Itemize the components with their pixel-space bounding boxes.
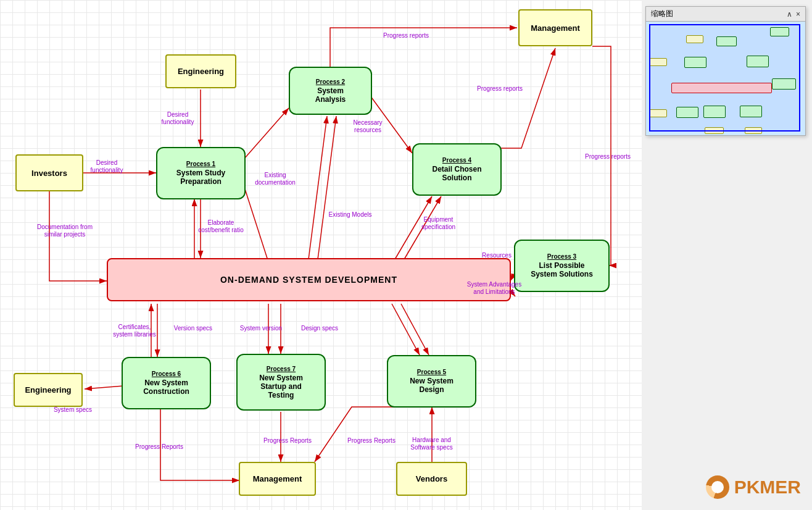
edge-label-6: Necessary resources (343, 119, 392, 134)
edge-label-3: Desired functionality (153, 111, 202, 126)
edge-label-9: Resources (475, 252, 518, 259)
edge-label-21: Hardware and Software specs (402, 437, 461, 451)
svg-line-20 (85, 386, 123, 389)
process6-node[interactable]: Process 6 New System Construction (122, 357, 211, 409)
process3-node[interactable]: Process 3 List Possible System Solutions (514, 240, 610, 292)
engineering-top-node[interactable]: Engineering (165, 54, 236, 88)
management-top-label: Management (531, 23, 579, 33)
engineering-top-label: Engineering (178, 67, 224, 76)
management-bot-node[interactable]: Management (239, 462, 316, 496)
edge-label-13: Certificates, system libraries (110, 324, 159, 338)
edge-label-0: Progress reports (381, 32, 431, 40)
engineering-bot-node[interactable]: Engineering (14, 373, 83, 407)
minimap-panel: 缩略图 ∧ × (645, 6, 806, 136)
process6-label: New System Construction (143, 378, 189, 396)
management-top-node[interactable]: Management (518, 9, 592, 46)
management-bot-label: Management (253, 474, 302, 483)
process4-label: Detail Chosen Solution (432, 165, 481, 182)
edge-label-16: Design specs (299, 325, 341, 332)
minimap-title: 缩略图 (651, 9, 673, 19)
minimap-body (646, 22, 805, 135)
pkmer-logo: PKMER (706, 475, 801, 499)
process4-title: Process 4 (442, 157, 471, 164)
process1-node[interactable]: Process 1 System Study Preparation (156, 147, 246, 199)
edge-label-11: Elaborate cost/benefit ratio (196, 219, 246, 234)
engineering-bot-label: Engineering (25, 385, 71, 395)
process1-label: System Study Preparation (176, 169, 225, 186)
main-canvas: Management Engineering Process 2 System … (0, 0, 642, 510)
minimap-controls[interactable]: ∧ × (787, 10, 800, 19)
process6-title: Process 6 (152, 370, 181, 377)
edge-label-15: System version (239, 325, 283, 332)
process5-label: New System Design (410, 377, 454, 394)
process3-title: Process 3 (547, 253, 576, 260)
edge-label-18: Progress Reports (135, 443, 184, 451)
process1-title: Process 1 (186, 161, 215, 167)
process2-title: Process 2 (316, 78, 345, 85)
edge-label-4: Desired functionality (79, 159, 135, 174)
center-node[interactable]: ON-DEMAND SYSTEM DEVELOPMENT (107, 258, 511, 301)
process2-label: System Analysis (315, 86, 346, 104)
svg-line-3 (244, 108, 289, 159)
svg-line-10 (309, 116, 327, 259)
svg-line-19 (401, 304, 429, 355)
investors-label: Investors (31, 169, 67, 178)
vendors-node[interactable]: Vendors (396, 462, 467, 496)
svg-line-11 (318, 116, 336, 259)
process5-node[interactable]: Process 5 New System Design (387, 355, 476, 408)
minimap-collapse-btn[interactable]: ∧ (787, 10, 792, 19)
minimap-close-btn[interactable]: × (796, 10, 800, 19)
process4-node[interactable]: Process 4 Detail Chosen Solution (412, 143, 502, 196)
edge-label-12: Documentation from similar projects (34, 224, 96, 238)
edge-label-1: Progress reports (475, 85, 524, 93)
process2-node[interactable]: Process 2 System Analysis (289, 67, 372, 115)
edge-label-7: Existing Models (327, 211, 373, 219)
minimap-header: 缩略图 ∧ × (646, 7, 805, 22)
process7-node[interactable]: Process 7 New System Startup and Testing (236, 354, 326, 411)
edge-label-2: Progress reports (583, 153, 632, 161)
edge-label-8: Equipment specification (412, 216, 465, 231)
investors-node[interactable]: Investors (15, 154, 83, 191)
pkmer-text: PKMER (734, 477, 801, 498)
edge-label-5: Existing documentation (251, 172, 300, 186)
edge-label-10: System Advantages and Limitations (466, 281, 522, 296)
center-label: ON-DEMAND SYSTEM DEVELOPMENT (220, 275, 397, 285)
process5-title: Process 5 (417, 369, 446, 375)
edge-label-14: Version specs (172, 325, 215, 332)
edge-label-17: System specs (48, 406, 97, 414)
vendors-label: Vendors (416, 474, 447, 483)
svg-line-18 (392, 304, 420, 355)
process3-label: List Possible System Solutions (531, 261, 593, 278)
edge-label-20: Progress Reports (347, 437, 396, 445)
process7-title: Process 7 (267, 366, 296, 372)
process7-label: New System Startup and Testing (259, 374, 303, 399)
edge-label-19: Progress Reports (263, 437, 312, 445)
